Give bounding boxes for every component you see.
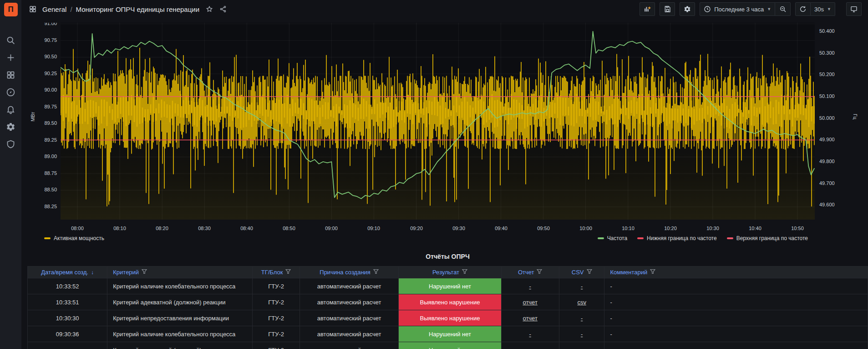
x-axis-tick: 10:40 — [741, 226, 769, 231]
report-link[interactable]: - — [529, 331, 531, 338]
add-panel-button[interactable] — [640, 2, 655, 16]
legend-item[interactable]: Активная мощность — [44, 235, 104, 241]
y-axis-tick-left: 88.50 — [30, 187, 57, 192]
cell-csv: csv — [559, 294, 605, 310]
cell-comment: - — [604, 310, 867, 326]
cell-result: Выявлено нарушение — [399, 310, 501, 326]
cell-time — [28, 342, 107, 349]
app-logo[interactable]: П — [4, 3, 18, 16]
admin-shield-icon[interactable] — [6, 139, 15, 149]
cell-result: Нарушений нет — [399, 278, 501, 294]
column-header-label: Отчет — [518, 269, 534, 276]
refresh-button[interactable] — [795, 2, 811, 16]
filter-funnel-icon[interactable] — [650, 269, 655, 276]
x-axis-tick: 09:30 — [445, 226, 472, 231]
filter-funnel-icon[interactable] — [537, 269, 542, 276]
table-row: Критерий адекватной (должной) реакцииГТУ… — [28, 342, 868, 349]
x-axis-tick: 09:20 — [403, 226, 430, 231]
cell-reason: автоматический расчет — [300, 294, 399, 310]
filter-funnel-icon[interactable] — [462, 269, 467, 276]
report-link[interactable]: отчет — [523, 315, 537, 322]
save-dashboard-button[interactable] — [660, 2, 675, 16]
dashboard-settings-button[interactable] — [680, 2, 695, 16]
explore-icon[interactable] — [6, 87, 15, 97]
cell-report: отчет — [502, 310, 559, 326]
x-axis-tick: 09:10 — [360, 226, 387, 231]
y-axis-tick-right: 50.200 — [819, 72, 835, 77]
cell-unit: ГТУ-2 — [253, 342, 299, 349]
result-badge: Нарушений нет — [399, 278, 501, 294]
y-axis-tick-left: 90.50 — [30, 54, 57, 59]
cell-criterion: Критерий адекватной (должной) реакции — [107, 342, 253, 349]
y-axis-tick-right: 49.900 — [819, 137, 835, 142]
column-header-label: Критерий — [113, 269, 139, 276]
table-row: 10:33:52Критерий наличие колебательного … — [28, 278, 868, 294]
page-title[interactable]: Мониторинг ОПРЧ единицы генерации — [76, 5, 199, 13]
cell-report: - — [502, 326, 559, 342]
csv-link[interactable]: - — [581, 331, 583, 338]
y-axis-tick-right: 50.400 — [819, 28, 835, 34]
csv-link[interactable]: - — [581, 283, 583, 290]
csv-link[interactable]: - — [581, 315, 583, 322]
x-axis-tick: 08:10 — [106, 226, 133, 231]
cell-comment: - — [604, 278, 867, 294]
filter-funnel-icon[interactable] — [587, 269, 592, 276]
column-header-unit[interactable]: ТГ/Блок — [253, 267, 299, 278]
report-link[interactable]: отчет — [523, 299, 537, 306]
report-link[interactable]: - — [529, 283, 531, 290]
zoom-out-button[interactable] — [775, 2, 791, 16]
column-header-label: Причина создания — [320, 269, 371, 276]
column-header-csv[interactable]: CSV — [559, 267, 605, 278]
filter-funnel-icon[interactable] — [373, 269, 379, 276]
star-icon[interactable] — [206, 5, 213, 13]
kiosk-mode-button[interactable] — [846, 2, 862, 16]
legend-item[interactable]: Частота — [598, 235, 627, 241]
plot-area[interactable] — [61, 23, 815, 220]
search-icon[interactable] — [6, 36, 15, 45]
column-header-criterion[interactable]: Критерий — [107, 267, 253, 278]
cell-report: отчет — [502, 294, 559, 310]
table-row: 09:30:36Критерий наличие колебательного … — [28, 326, 868, 342]
column-header-report[interactable]: Отчет — [502, 267, 559, 278]
filter-funnel-icon[interactable] — [142, 269, 147, 276]
y-axis-tick-right: 49.600 — [819, 202, 835, 207]
csv-link[interactable]: csv — [577, 299, 586, 306]
x-axis-tick: 09:50 — [530, 226, 557, 231]
y-axis-tick-right: 50.000 — [819, 115, 835, 121]
cell-report: - — [502, 278, 559, 294]
legend-label: Частота — [607, 235, 627, 241]
reports-table: Дата/время созд.↓КритерийТГ/БлокПричина … — [27, 266, 868, 349]
y-axis-tick-left: 88.75 — [30, 170, 57, 176]
time-range-picker[interactable]: Последние 3 часа ▼ — [700, 2, 775, 16]
share-icon[interactable] — [219, 5, 227, 13]
column-header-result[interactable]: Результат — [399, 267, 501, 278]
settings-icon[interactable] — [6, 122, 15, 132]
y-axis-tick-left: 89.50 — [30, 120, 57, 126]
x-axis-tick: 08:40 — [233, 226, 260, 231]
legend-label: Нижняя граница по частоте — [647, 235, 717, 241]
clock-icon — [704, 5, 711, 13]
result-badge: Нарушений нет — [399, 326, 501, 342]
chart-legend: Активная мощностьЧастотаНижняя граница п… — [44, 235, 818, 241]
cell-reason: автоматический расчет — [300, 326, 399, 342]
column-header-comment[interactable]: Комментарий — [604, 267, 867, 278]
legend-item[interactable]: Нижняя граница по частоте — [637, 235, 717, 241]
y-axis-tick-left: 90.25 — [30, 71, 57, 76]
add-icon[interactable] — [6, 53, 15, 62]
cell-csv: - — [559, 310, 605, 326]
column-header-time[interactable]: Дата/время созд.↓ — [28, 267, 107, 278]
legend-item[interactable]: Верхняя граница по частоте — [727, 235, 808, 241]
chevron-down-icon: ▼ — [767, 7, 771, 11]
legend-swatch — [598, 237, 604, 239]
column-header-reason[interactable]: Причина создания — [300, 267, 399, 278]
legend-swatch — [44, 237, 51, 239]
dashboards-icon[interactable] — [6, 70, 15, 80]
cell-reason: автоматический расчет — [300, 278, 399, 294]
refresh-interval-picker[interactable]: 30s ▼ — [811, 2, 835, 16]
breadcrumb-folder[interactable]: General — [42, 5, 66, 13]
cell-reason: автоматический расчет — [300, 310, 399, 326]
filter-funnel-icon[interactable] — [285, 269, 291, 276]
cell-result: Нарушений нет — [399, 342, 501, 349]
y-axis-tick-left: 91.00 — [30, 23, 57, 26]
alerting-icon[interactable] — [6, 105, 15, 114]
